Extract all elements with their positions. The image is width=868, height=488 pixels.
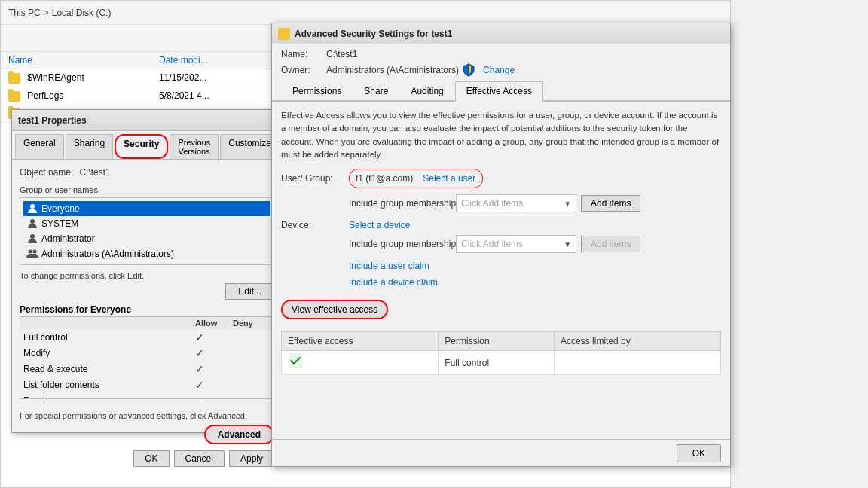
permissions-list: Allow Deny Full control ✓ Modify ✓ Read … bbox=[20, 316, 274, 399]
device-dropdown-arrow-icon: ▼ bbox=[564, 239, 571, 250]
cancel-button-props[interactable]: Cancel bbox=[174, 450, 225, 467]
svg-point-4 bbox=[33, 250, 37, 254]
eff-icon-cell bbox=[282, 351, 439, 375]
adv-tab-auditing[interactable]: Auditing bbox=[399, 81, 454, 100]
folder-icon-2 bbox=[8, 91, 20, 102]
col-permission: Permission bbox=[439, 332, 555, 351]
device-add-items-dropdown[interactable]: Click Add items ▼ bbox=[456, 235, 576, 253]
adv-titlebar: Advanced Security Settings for test1 bbox=[272, 23, 730, 44]
svg-point-3 bbox=[29, 250, 32, 254]
dropdown-arrow-icon: ▼ bbox=[564, 198, 571, 209]
include-device-row: Include group membership Click Add items… bbox=[349, 235, 721, 253]
adv-tabs: Permissions Share Auditing Effective Acc… bbox=[272, 81, 730, 102]
object-name-label: Object name: bbox=[20, 167, 73, 178]
user-icon-admin bbox=[26, 233, 38, 245]
adv-name-row: Name: C:\test1 bbox=[272, 44, 730, 62]
properties-body: Object name: C:\test1 Group or user name… bbox=[12, 160, 282, 407]
dialog-bottom: For special permissions or advanced sett… bbox=[12, 407, 282, 471]
col-allow: Allow bbox=[195, 319, 233, 328]
properties-titlebar: test1 Properties bbox=[12, 110, 282, 131]
tab-sharing[interactable]: Sharing bbox=[66, 134, 113, 159]
object-name-value: C:\test1 bbox=[79, 167, 110, 178]
include-device-label: Include group membership bbox=[349, 237, 456, 251]
adv-owner-value: Administrators (A\Administrators) bbox=[326, 65, 459, 75]
apply-button-props[interactable]: Apply bbox=[229, 450, 274, 467]
svg-point-1 bbox=[30, 219, 35, 224]
permission-cell: Full control bbox=[439, 351, 555, 375]
explorer-titlebar: This PC > Local Disk (C:) bbox=[1, 1, 730, 25]
adv-owner-row: Owner: Administrators (A\Administrators)… bbox=[272, 62, 730, 81]
view-access-container: View effective access bbox=[281, 300, 721, 325]
adv-owner-label: Owner: bbox=[281, 65, 326, 75]
user-administrator[interactable]: Administrator bbox=[23, 231, 270, 246]
ok-button-props[interactable]: OK bbox=[133, 450, 169, 467]
checkmark-readexecute: ✓ bbox=[195, 363, 233, 375]
folder-icon bbox=[8, 73, 20, 84]
check-green-icon bbox=[288, 353, 303, 368]
adv-tab-permissions[interactable]: Permissions bbox=[281, 81, 353, 100]
adv-bottom-bar: OK bbox=[272, 439, 730, 466]
svg-point-2 bbox=[30, 234, 35, 239]
user-everyone[interactable]: Everyone bbox=[23, 201, 270, 216]
properties-dialog: test1 Properties General Sharing Securit… bbox=[11, 109, 283, 433]
view-effective-access-button[interactable]: View effective access bbox=[281, 300, 388, 319]
adv-name-value: C:\test1 bbox=[326, 49, 357, 59]
effective-access-table: Effective access Permission Access limit… bbox=[281, 331, 721, 375]
checkmark-listfolder: ✓ bbox=[195, 379, 233, 391]
adv-security-dialog: Advanced Security Settings for test1 Nam… bbox=[271, 23, 731, 467]
object-name-row: Object name: C:\test1 bbox=[20, 167, 274, 178]
select-device-link[interactable]: Select a device bbox=[349, 218, 410, 232]
col-effective-access: Effective access bbox=[282, 332, 439, 351]
adv-title-text: Advanced Security Settings for test1 bbox=[295, 29, 452, 39]
shield-icon bbox=[462, 63, 475, 77]
select-user-link[interactable]: Select a user bbox=[422, 171, 476, 186]
table-row: Full control bbox=[282, 351, 721, 375]
user-system[interactable]: SYSTEM bbox=[23, 216, 270, 231]
svg-point-0 bbox=[30, 204, 35, 209]
user-administrators-group[interactable]: Administrators (A\Administrators) bbox=[23, 246, 270, 261]
limited-by-cell bbox=[555, 351, 721, 375]
adv-ok-button[interactable]: OK bbox=[677, 444, 721, 462]
checkmark-read: ✓ bbox=[195, 395, 233, 399]
add-items-button[interactable]: Add items bbox=[581, 195, 640, 212]
add-items-placeholder: Click Add items bbox=[461, 197, 523, 210]
perm-row-listfolder: List folder contents ✓ bbox=[20, 377, 274, 392]
file-name-winreagent: $WinREAgent bbox=[8, 72, 159, 84]
advanced-button[interactable]: Advanced bbox=[204, 425, 274, 444]
breadcrumb-this-pc[interactable]: This PC bbox=[8, 8, 41, 18]
checkmark-allow: ✓ bbox=[195, 331, 233, 343]
tab-security[interactable]: Security bbox=[115, 134, 168, 159]
tab-previous-versions[interactable]: Previous Versions bbox=[170, 134, 219, 159]
adv-tab-effective-access[interactable]: Effective Access bbox=[455, 81, 543, 102]
perm-row-modify: Modify ✓ bbox=[20, 345, 274, 361]
tab-general[interactable]: General bbox=[15, 134, 64, 159]
adv-description: Effective Access allows you to view the … bbox=[281, 109, 721, 161]
change-owner-link[interactable]: Change bbox=[483, 65, 515, 75]
include-user-claim-link[interactable]: Include a user claim bbox=[349, 259, 429, 273]
perm-row-readexecute: Read & execute ✓ bbox=[20, 361, 274, 377]
device-label: Device: bbox=[281, 218, 349, 232]
adv-tab-share[interactable]: Share bbox=[353, 81, 399, 100]
include-group-label: Include group membership bbox=[349, 197, 456, 210]
user-icon-system bbox=[26, 218, 38, 230]
add-items-dropdown[interactable]: Click Add items ▼ bbox=[456, 194, 576, 212]
col-name[interactable]: Name bbox=[8, 55, 159, 66]
adv-content: Effective Access allows you to view the … bbox=[272, 102, 730, 383]
perms-title: Permissions for Everyone bbox=[20, 304, 274, 315]
users-group-box: Everyone SYSTEM Administrator Administra… bbox=[20, 197, 274, 265]
user-icon-everyone bbox=[26, 203, 38, 215]
properties-title: test1 Properties bbox=[18, 115, 87, 126]
col-access-limited-by: Access limited by bbox=[555, 332, 721, 351]
device-add-placeholder: Click Add items bbox=[461, 237, 523, 251]
perm-row-fullcontrol: Full control ✓ bbox=[20, 329, 274, 345]
breadcrumb-local-disk[interactable]: Local Disk (C:) bbox=[52, 8, 112, 18]
include-device-claim-link[interactable]: Include a device claim bbox=[349, 276, 438, 289]
group-box-title: Group or user names: bbox=[20, 185, 274, 194]
change-perms-text: To change permissions, click Edit. bbox=[20, 271, 274, 280]
include-group-row: Include group membership Click Add items… bbox=[349, 194, 721, 212]
special-text: For special permissions or advanced sett… bbox=[20, 411, 274, 420]
device-add-items-button[interactable]: Add items bbox=[581, 236, 640, 252]
checkmark-modify: ✓ bbox=[195, 347, 233, 359]
edit-button[interactable]: Edit... bbox=[225, 283, 274, 300]
claim-links: Include a user claim Include a device cl… bbox=[349, 259, 721, 292]
